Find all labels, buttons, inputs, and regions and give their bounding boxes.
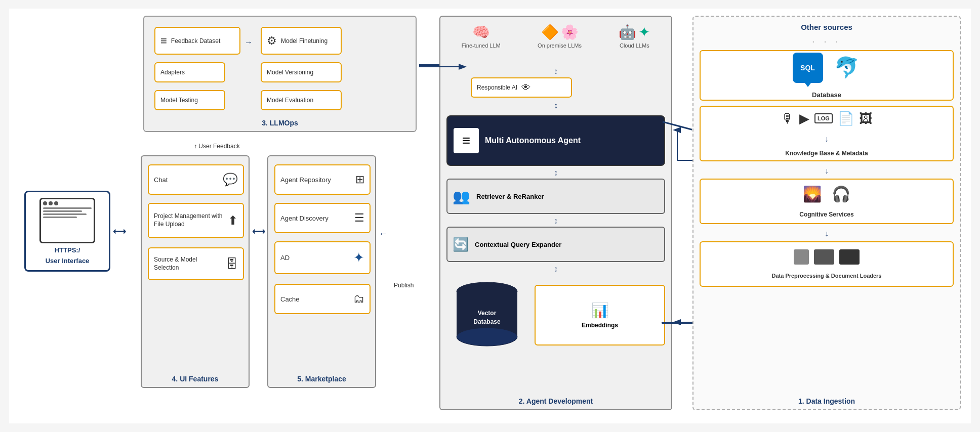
main-diagram: ≡ Feedback Dataset → ⚙ Model Finetuning … <box>9 9 971 423</box>
model-evaluation-box: Model Evaluation <box>261 90 342 110</box>
log-icon: LOG <box>814 113 833 123</box>
play-icon: ▶ <box>799 111 809 126</box>
svg-text:Database: Database <box>473 318 501 325</box>
arrow-ui-to-features: ⟷ <box>113 226 126 237</box>
other-sources-label: Other sources <box>700 23 954 31</box>
gear-icon: ⚙ <box>267 34 277 48</box>
cube-icon2 <box>814 249 834 265</box>
user-interface-box: HTTPS:/ User Interface <box>24 191 110 272</box>
eye-icon: 👁 <box>521 82 530 93</box>
arrow-kb-to-cognitive: ↓ <box>700 166 954 176</box>
network-icon: ✦ <box>353 250 364 266</box>
browser-icon <box>39 198 95 243</box>
source-model-box: Source & Model Selection 🗄 <box>148 247 244 280</box>
retriever-box: 👥 Retriever & ReRanker <box>446 179 665 214</box>
user-feedback-label: ↑ User Feedback <box>194 143 240 150</box>
model-finetuning-box: ⚙ Model Finetuning <box>261 27 342 55</box>
embeddings-label: Embeddings <box>582 322 618 329</box>
arrow-retriever-to-query: ↕ <box>554 217 558 226</box>
agent-icon: ≡ <box>454 128 479 153</box>
cognitive-services-box: 🌄 🎧 Cognitive Services <box>700 179 954 224</box>
vector-database-box: Vector Database <box>446 275 527 356</box>
arrow-query-to-vectordb: ↕ <box>554 265 558 274</box>
agent-repository-box: Agent Repository ⊞ <box>274 164 371 195</box>
agent-dev-label: 2. Agent Development <box>519 397 593 405</box>
audio-icon: 🎧 <box>832 185 850 203</box>
arrow-features-to-marketplace: ⟷ <box>252 226 265 237</box>
embeddings-box: 📊 Embeddings <box>535 285 665 345</box>
other-sources-dots: · · · <box>700 35 954 47</box>
model-versioning-box: Model Versioning <box>261 62 342 82</box>
cache-box: Cache 🗂 <box>274 284 371 314</box>
repo-icon: ⊞ <box>355 173 364 186</box>
feedback-dataset-box: ≡ Feedback Dataset <box>154 27 240 55</box>
arrow-marketplace-to-agentdev: ← <box>379 229 388 239</box>
multi-agent-box: ≡ Multi Autonomous Agent <box>446 115 665 166</box>
list-icon: ≡ <box>160 34 167 48</box>
query-icon: 🔄 <box>453 237 469 252</box>
data-preprocessing-box: Data Preprocessing & Document Loaders <box>700 241 954 287</box>
chat-icon: 💬 <box>223 172 238 187</box>
retriever-label: Retriever & ReRanker <box>476 193 544 200</box>
discovery-icon: ☰ <box>354 211 364 225</box>
llmops-section: ≡ Feedback Dataset → ⚙ Model Finetuning … <box>143 16 417 132</box>
pdf-icon: 📄 <box>838 111 854 126</box>
query-expander-box: 🔄 Contextual Query Expander <box>446 227 665 262</box>
image-cognitive-icon: 🌄 <box>803 185 822 203</box>
on-premise-llms: 🔶 🌸 On premise LLMs <box>538 24 582 49</box>
upload-icon: ⬆ <box>228 213 238 228</box>
adapters-box: Adapters <box>154 62 225 82</box>
responsible-ai-box: Responsible AI 👁 <box>471 77 572 98</box>
llmops-label: 3. LLMOps <box>262 119 298 127</box>
arrow-kb-down: ↓ <box>825 135 829 144</box>
publish-label: Publish <box>394 282 414 289</box>
project-management-box: Project Management with File Upload ⬆ <box>148 203 244 238</box>
ad-box: AD ✦ <box>274 241 371 274</box>
database-icon: 🗄 <box>226 257 238 271</box>
arrow-feedback-to-finetuning: → <box>244 38 253 47</box>
fine-tuned-llm: 🧠 Fine-tuned LLM <box>462 24 501 49</box>
data-ingestion-label: 1. Data Ingestion <box>798 397 855 405</box>
knowledge-base-box: 🎙 ▶ LOG 📄 🖼 ↓ Knowledge Base & Metadata <box>700 106 954 161</box>
arrow-dataingest-to-agentdev-head: ← <box>660 318 668 327</box>
arrow-agent-to-retriever: ↕ <box>554 168 558 178</box>
sql-icon: SQL <box>793 53 823 83</box>
https-label: HTTPS:/ <box>55 246 80 254</box>
query-label: Contextual Query Expander <box>475 241 561 248</box>
arrow-cog-to-preproc: ↓ <box>700 229 954 238</box>
model-testing-box: Model Testing <box>154 90 225 110</box>
svg-point-2 <box>457 328 517 346</box>
marketplace-section: Agent Repository ⊞ Agent Discovery ☰ AD … <box>267 155 376 388</box>
arrow-resp-ai-down: ↕ <box>554 101 558 110</box>
image-icon: 🖼 <box>859 111 872 126</box>
user-interface-label: User Interface <box>46 257 90 265</box>
database-box: SQL 🐬 Database <box>700 50 954 101</box>
mysql-icon: 🐬 <box>833 54 861 81</box>
data-ingestion-section: Other sources · · · SQL 🐬 Database 🎙 ▶ L… <box>692 16 961 410</box>
cloud-llms: 🤖 ✦ Cloud LLMs <box>619 24 650 49</box>
cube-icon3 <box>839 249 860 265</box>
cube-icon1 <box>794 249 809 265</box>
agent-dev-section: 🧠 Fine-tuned LLM 🔶 🌸 On premise LLMs 🤖 ✦… <box>439 16 672 410</box>
agent-discovery-box: Agent Discovery ☰ <box>274 203 371 233</box>
chat-box: Chat 💬 <box>148 164 244 195</box>
ui-features-section: Chat 💬 Project Management with File Uplo… <box>141 155 250 388</box>
retriever-icon: 👥 <box>453 188 470 205</box>
vector-embeddings-row: Vector Database 📊 Embeddings <box>446 275 665 356</box>
svg-text:Vector: Vector <box>478 310 497 317</box>
arrow-llm-down: ↕ <box>554 67 558 75</box>
embeddings-icon: 📊 <box>591 302 609 319</box>
multi-agent-label: Multi Autonomous Agent <box>485 136 581 146</box>
mic-icon: 🎙 <box>781 111 794 126</box>
vector-db-cylinder: Vector Database <box>452 277 522 353</box>
cache-icon: 🗂 <box>353 292 364 306</box>
marketplace-label: 5. Marketplace <box>297 375 346 383</box>
llm-row: 🧠 Fine-tuned LLM 🔶 🌸 On premise LLMs 🤖 ✦… <box>445 24 666 49</box>
ui-features-label: 4. UI Features <box>172 375 219 383</box>
